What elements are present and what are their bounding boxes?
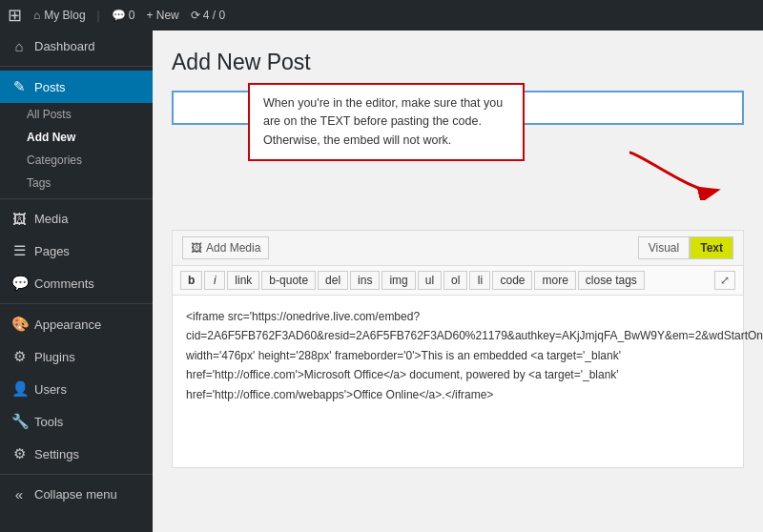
italic-button[interactable]: i bbox=[204, 271, 225, 290]
title-section: When you're in the editor, make sure tha… bbox=[172, 91, 744, 134]
sidebar-item-settings[interactable]: ⚙ Settings bbox=[0, 438, 153, 470]
sidebar-label-tools: Tools bbox=[34, 415, 63, 429]
tools-icon: 🔧 bbox=[11, 413, 27, 430]
divider4 bbox=[0, 474, 153, 475]
del-button[interactable]: del bbox=[318, 271, 348, 290]
bold-button[interactable]: b bbox=[180, 271, 202, 290]
comments-count[interactable]: 💬 0 bbox=[112, 9, 135, 22]
bquote-button[interactable]: b-quote bbox=[261, 271, 316, 290]
sidebar-item-media[interactable]: 🖼 Media bbox=[0, 203, 153, 235]
sidebar-label-plugins: Plugins bbox=[34, 350, 75, 364]
sidebar-label-all-posts: All Posts bbox=[27, 108, 72, 121]
code-button[interactable]: code bbox=[492, 271, 532, 290]
sidebar-label-appearance: Appearance bbox=[34, 317, 101, 332]
sidebar-label-dashboard: Dashboard bbox=[34, 39, 95, 53]
tooltip-text: When you're in the editor, make sure tha… bbox=[263, 96, 503, 147]
add-media-button[interactable]: 🖼 Add Media bbox=[182, 236, 269, 259]
page-title: Add New Post bbox=[172, 50, 744, 75]
editor-content: <iframe src='https://onedrive.live.com/e… bbox=[186, 310, 763, 401]
settings-icon: ⚙ bbox=[11, 445, 27, 462]
format-toolbar: b i link b-quote del ins img ul ol li co… bbox=[173, 266, 743, 296]
editor-top-bar: 🖼 Add Media Visual Text bbox=[173, 231, 743, 266]
tab-visual[interactable]: Visual bbox=[638, 236, 690, 259]
posts-icon: ✎ bbox=[11, 78, 27, 95]
sidebar-item-users[interactable]: 👤 Users bbox=[0, 373, 153, 405]
sidebar-label-tags: Tags bbox=[27, 176, 51, 190]
sidebar-label-posts: Posts bbox=[34, 80, 66, 94]
sidebar-item-appearance[interactable]: 🎨 Appearance bbox=[0, 308, 153, 340]
divider2 bbox=[0, 198, 153, 199]
layout: ⌂ Dashboard ✎ Posts All Posts Add New Ca… bbox=[0, 31, 763, 532]
sidebar-label-pages: Pages bbox=[34, 244, 70, 258]
more-button[interactable]: more bbox=[534, 271, 575, 290]
dashboard-icon: ⌂ bbox=[11, 38, 27, 54]
sidebar-item-collapse[interactable]: « Collapse menu bbox=[0, 479, 153, 510]
users-icon: 👤 bbox=[11, 380, 27, 398]
sidebar-item-categories[interactable]: Categories bbox=[0, 149, 153, 172]
editor-tabs: Visual Text bbox=[638, 236, 733, 259]
tooltip-box: When you're in the editor, make sure tha… bbox=[248, 83, 525, 161]
li-button[interactable]: li bbox=[469, 271, 490, 290]
tab-text[interactable]: Text bbox=[690, 236, 733, 259]
sidebar-label-users: Users bbox=[34, 382, 67, 397]
sidebar-item-comments[interactable]: 💬 Comments bbox=[0, 267, 153, 299]
sidebar-label-categories: Categories bbox=[27, 153, 82, 167]
upload-icon: 🖼 bbox=[191, 241, 202, 255]
expand-button[interactable]: ⤢ bbox=[714, 271, 735, 290]
sidebar-label-comments: Comments bbox=[34, 276, 94, 291]
ins-button[interactable]: ins bbox=[350, 271, 380, 290]
home-icon: ⌂ bbox=[33, 9, 40, 22]
updates-icon: ⟳ bbox=[191, 9, 200, 22]
sidebar-item-pages[interactable]: ☰ Pages bbox=[0, 235, 153, 267]
img-button[interactable]: img bbox=[382, 271, 415, 290]
sidebar-label-settings: Settings bbox=[34, 447, 79, 461]
sidebar-item-posts[interactable]: ✎ Posts bbox=[0, 71, 153, 103]
editor-body[interactable]: <iframe src='https://onedrive.live.com/e… bbox=[173, 296, 743, 467]
media-icon: 🖼 bbox=[11, 211, 27, 227]
new-button[interactable]: + New bbox=[146, 9, 178, 22]
link-button[interactable]: link bbox=[227, 271, 259, 290]
divider bbox=[0, 66, 153, 67]
comments-icon: 💬 bbox=[11, 275, 27, 292]
sidebar-item-all-posts[interactable]: All Posts bbox=[0, 103, 153, 126]
sidebar-item-tools[interactable]: 🔧 Tools bbox=[0, 405, 153, 438]
updates-badge[interactable]: ⟳ 4 / 0 bbox=[191, 9, 225, 22]
plugins-icon: ⚙ bbox=[11, 348, 27, 365]
sidebar-label-media: Media bbox=[34, 212, 68, 226]
comment-icon: 💬 bbox=[112, 9, 126, 22]
sidebar-label-collapse: Collapse menu bbox=[34, 487, 117, 501]
sidebar-item-tags[interactable]: Tags bbox=[0, 172, 153, 194]
divider3 bbox=[0, 303, 153, 304]
pages-icon: ☰ bbox=[11, 242, 27, 259]
appearance-icon: 🎨 bbox=[11, 316, 27, 333]
ul-button[interactable]: ul bbox=[418, 271, 442, 290]
wp-logo-icon[interactable]: ⊞ bbox=[8, 5, 22, 26]
sidebar-label-add-new: Add New bbox=[27, 131, 75, 144]
ol-button[interactable]: ol bbox=[443, 271, 467, 290]
tooltip-overlay: When you're in the editor, make sure tha… bbox=[248, 83, 525, 161]
close-tags-button[interactable]: close tags bbox=[578, 271, 645, 290]
collapse-icon: « bbox=[11, 486, 27, 502]
sidebar-item-plugins[interactable]: ⚙ Plugins bbox=[0, 340, 153, 373]
main-content: Add New Post When you're in the editor, … bbox=[153, 31, 763, 532]
editor-wrap: 🖼 Add Media Visual Text b i link b-quote… bbox=[172, 230, 744, 468]
sidebar-item-add-new[interactable]: Add New bbox=[0, 126, 153, 149]
admin-bar: ⊞ ⌂ My Blog | 💬 0 + New ⟳ 4 / 0 bbox=[0, 0, 763, 31]
sidebar: ⌂ Dashboard ✎ Posts All Posts Add New Ca… bbox=[0, 31, 153, 532]
red-arrow bbox=[620, 143, 725, 203]
sidebar-item-dashboard[interactable]: ⌂ Dashboard bbox=[0, 31, 153, 62]
site-name[interactable]: ⌂ My Blog bbox=[33, 9, 86, 22]
